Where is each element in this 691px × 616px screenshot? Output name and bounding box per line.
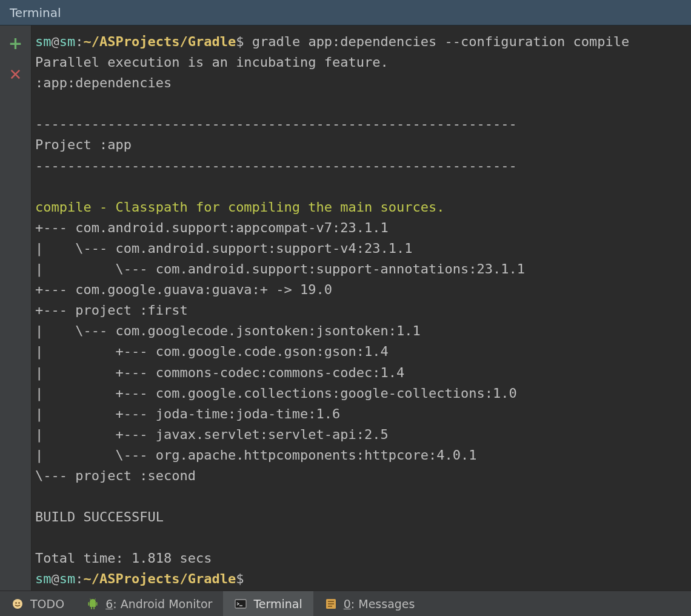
terminal-line: +--- com.android.support:appcompat-v7:23… [35,220,389,235]
prompt-sep: : [75,571,83,586]
panel-titlebar: Terminal [0,0,691,25]
svg-point-0 [13,599,22,609]
terminal-line: | \--- com.googlecode.jsontoken:jsontoke… [35,323,421,338]
terminal-line: | \--- com.android.support:support-v4:23… [35,241,413,256]
svg-rect-10 [235,600,246,608]
terminal-line: | +--- com.google.code.gson:gson:1.4 [35,344,389,359]
close-session-icon[interactable]: ✕ [9,67,22,82]
svg-rect-5 [96,602,98,606]
android-icon [86,597,99,611]
messages-icon [324,597,338,611]
svg-rect-6 [91,607,92,609]
prompt-user: sm [35,571,52,586]
prompt-host: sm [59,34,76,49]
terminal-line: | +--- commons-codec:commons-codec:1.4 [35,365,404,380]
terminal-gutter: + ✕ [0,25,32,591]
terminal-line: Parallel execution is an incubating feat… [35,55,389,70]
terminal-line: :app:dependencies [35,75,172,90]
terminal-line: | +--- joda-time:joda-time:1.6 [35,406,340,421]
prompt-path: ~/ASProjects/Gradle [84,34,236,49]
main-area: + ✕ sm@sm:~/ASProjects/Gradle$ gradle ap… [0,25,691,591]
terminal-line: | \--- org.apache.httpcomponents:httpcor… [35,447,476,463]
svg-line-9 [95,598,96,600]
terminal-line: ----------------------------------------… [35,158,517,173]
terminal-line: BUILD SUCCESSFUL [35,509,164,524]
terminal-line: | \--- com.android.support:support-annot… [35,261,525,276]
prompt-user: sm [35,34,52,49]
svg-rect-7 [93,607,95,609]
tab-label: TODO [30,597,64,611]
tab-terminal[interactable]: Terminal [223,591,313,616]
tab-label: 0: Messages [344,597,415,611]
prompt-at: @ [52,34,59,49]
new-session-icon[interactable]: + [8,35,22,52]
terminal-line: | +--- javax.servlet:servlet-api:2.5 [35,427,389,442]
terminal-line: +--- com.google.guava:guava:+ -> 19.0 [35,282,332,297]
terminal-line: +--- project :first [35,303,188,318]
prompt-dollar: $ [236,34,244,49]
prompt-host: sm [59,571,76,586]
prompt-sep: : [75,34,83,49]
prompt-path: ~/ASProjects/Gradle [84,571,236,586]
tab-todo[interactable]: TODO [0,591,75,616]
terminal-line: compile - Classpath for compiling the ma… [35,199,445,215]
tab-label: 6: Android Monitor [105,597,212,611]
bottom-toolbar: TODO 6: Android Monitor [0,591,691,616]
terminal-line: | +--- com.google.collections:google-col… [35,386,517,401]
svg-line-8 [90,598,92,600]
svg-point-2 [18,602,19,603]
terminal-line: ----------------------------------------… [35,116,517,132]
tab-android-monitor[interactable]: 6: Android Monitor [75,591,223,616]
panel-title: Terminal [10,5,61,20]
svg-rect-3 [90,602,96,607]
tab-label: Terminal [253,597,302,611]
todo-icon [11,597,24,611]
prompt-at: @ [52,571,59,586]
terminal-line: \--- project :second [35,468,196,483]
svg-point-1 [15,602,16,603]
terminal-line: Project :app [35,137,132,152]
terminal-line: Total time: 1.818 secs [35,551,212,566]
svg-rect-4 [88,602,90,606]
tab-messages[interactable]: 0: Messages [313,591,426,616]
terminal-icon [234,597,247,611]
terminal-command: gradle app:dependencies --configuration … [244,34,629,49]
terminal-output[interactable]: sm@sm:~/ASProjects/Gradle$ gradle app:de… [32,25,691,591]
prompt-dollar: $ [236,571,244,586]
